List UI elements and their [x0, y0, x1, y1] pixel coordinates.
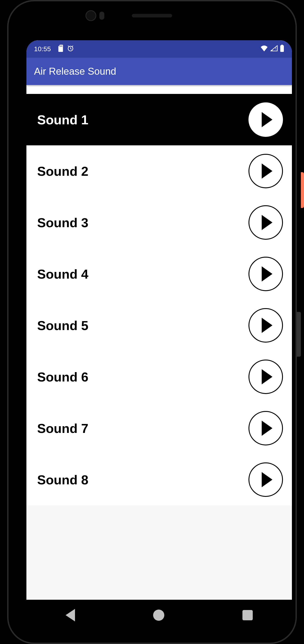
- status-time: 10:55: [34, 45, 51, 53]
- phone-volume-button: [297, 312, 301, 357]
- sound-label: Sound 3: [37, 215, 248, 230]
- phone-camera: [86, 10, 96, 21]
- play-button[interactable]: [248, 411, 283, 446]
- sound-label: Sound 8: [37, 472, 248, 487]
- play-icon: [262, 112, 272, 127]
- sound-label: Sound 2: [37, 164, 248, 179]
- play-button[interactable]: [248, 308, 283, 342]
- screen: 10:55 ! Air: [27, 40, 292, 600]
- nav-recent-button[interactable]: [242, 610, 253, 620]
- play-icon: [262, 164, 272, 179]
- sound-label: Sound 4: [37, 266, 248, 282]
- svg-text:!: !: [275, 47, 276, 50]
- sound-row[interactable]: Sound 2: [27, 145, 292, 197]
- sound-row[interactable]: Sound 1: [27, 94, 292, 145]
- svg-rect-0: [60, 46, 60, 47]
- nav-back-button[interactable]: [66, 609, 75, 622]
- svg-rect-5: [280, 45, 284, 52]
- wifi-icon: [260, 45, 268, 53]
- sound-label: Sound 6: [37, 370, 248, 384]
- play-icon: [262, 215, 272, 230]
- sound-row[interactable]: Sound 5: [27, 300, 292, 351]
- sound-label: Sound 5: [37, 318, 248, 333]
- phone-frame: 10:55 ! Air: [7, 0, 297, 644]
- signal-icon: !: [270, 45, 277, 53]
- play-button[interactable]: [248, 154, 283, 188]
- app-bar: Air Release Sound: [27, 58, 292, 85]
- sound-row[interactable]: Sound 8: [27, 454, 292, 505]
- play-icon: [262, 318, 272, 333]
- play-icon: [262, 266, 272, 282]
- svg-rect-2: [62, 46, 62, 47]
- list-top-spacer: [27, 85, 292, 94]
- play-button[interactable]: [248, 257, 283, 291]
- battery-icon: [280, 45, 284, 54]
- play-button[interactable]: [248, 462, 283, 497]
- content-area[interactable]: Sound 1Sound 2Sound 3Sound 4Sound 5Sound…: [27, 85, 292, 600]
- svg-rect-6: [281, 45, 283, 46]
- nav-home-button[interactable]: [153, 610, 164, 621]
- svg-rect-1: [61, 46, 61, 47]
- play-icon: [262, 369, 272, 384]
- play-button[interactable]: [248, 102, 283, 137]
- phone-sensor: [99, 12, 104, 20]
- app-title: Air Release Sound: [34, 66, 116, 77]
- phone-power-button: [301, 172, 304, 208]
- sound-label: Sound 7: [37, 421, 248, 436]
- play-button[interactable]: [248, 360, 283, 394]
- play-button[interactable]: [248, 205, 283, 240]
- status-bar: 10:55 !: [27, 40, 292, 58]
- sound-row[interactable]: Sound 7: [27, 402, 292, 454]
- sound-row[interactable]: Sound 4: [27, 248, 292, 300]
- sd-card-icon: [58, 45, 64, 54]
- alarm-icon: [67, 45, 74, 54]
- sound-row[interactable]: Sound 3: [27, 197, 292, 248]
- phone-speaker: [132, 14, 172, 18]
- play-icon: [262, 420, 272, 436]
- sound-label: Sound 1: [37, 112, 248, 127]
- android-nav-bar: [27, 602, 292, 628]
- play-icon: [262, 472, 272, 487]
- sound-list[interactable]: Sound 1Sound 2Sound 3Sound 4Sound 5Sound…: [27, 94, 292, 505]
- sound-row[interactable]: Sound 6: [27, 351, 292, 402]
